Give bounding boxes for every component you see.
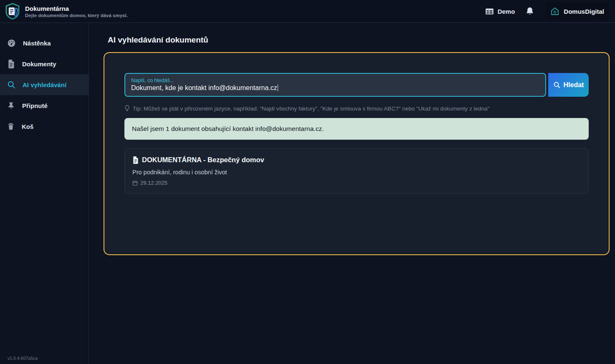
app-logo-shield-icon [4, 3, 21, 20]
sidebar-item-ai-vyhledavani[interactable]: AI vyhledávání [0, 74, 89, 95]
sidebar-item-label: AI vyhledávání [23, 81, 66, 88]
sidebar-item-dokumenty[interactable]: Dokumenty [0, 53, 89, 74]
lightbulb-icon [124, 105, 130, 112]
result-date: 29.12.2025 [140, 180, 167, 186]
sidebar-item-label: Nástěnka [23, 40, 51, 47]
search-icon [7, 80, 15, 89]
bell-icon [526, 7, 534, 16]
result-title: DOKUMENTÁRNA - Bezpečný domov [142, 156, 264, 164]
sidebar-item-label: Připnuté [22, 102, 48, 109]
sidebar-item-label: Koš [22, 123, 33, 130]
account-label: DomusDigital [564, 8, 604, 15]
dashboard-gauge-icon [7, 39, 16, 48]
calendar-icon [132, 180, 138, 186]
house-d-icon: D [550, 6, 560, 16]
sidebar-item-nastenka[interactable]: Nástěnka [0, 33, 89, 53]
page-title: AI vyhledávání dokumentů [108, 35, 610, 45]
document-icon [7, 60, 15, 68]
ai-search-panel: Napiš, co hledáš... Dokument, kde je kon… [104, 52, 610, 255]
sidebar-item-pripnute[interactable]: Připnuté [0, 95, 89, 116]
search-tip: Tip: Můžeš se ptát v přirozeném jazyce, … [124, 105, 589, 112]
search-input-value: Dokument, kde je kontakt info@dokumentar… [131, 84, 539, 92]
notifications-button[interactable] [526, 7, 534, 16]
workspace-label: Demo [498, 8, 515, 15]
search-button-label: Hledat [564, 81, 584, 89]
sidebar-item-label: Dokumenty [22, 60, 56, 68]
workspace-selector[interactable]: Demo [485, 7, 515, 16]
pin-icon [7, 101, 15, 110]
search-input[interactable]: Napiš, co hledáš... Dokument, kde je kon… [124, 73, 546, 97]
sidebar-item-kos[interactable]: Koš [0, 116, 89, 137]
result-subtitle: Pro podnikání, rodinu i osobní život [132, 169, 581, 176]
top-bar: Dokumentárna Dejte dokumentům domov, kte… [0, 0, 615, 23]
app-title: Dokumentárna [25, 5, 128, 12]
search-icon [553, 81, 560, 88]
account-menu[interactable]: D DomusDigital [545, 3, 609, 20]
search-tip-text: Tip: Můžeš se ptát v přirozeném jazyce, … [133, 105, 489, 112]
text-caret [278, 84, 278, 91]
app-brand: Dokumentárna Dejte dokumentům domov, kte… [4, 3, 128, 20]
main-content: AI vyhledávání dokumentů Napiš, co hledá… [89, 23, 615, 364]
search-input-label: Napiš, co hledáš... [131, 78, 539, 83]
sidebar: Nástěnka Dokumenty AI vyhledávání [0, 23, 89, 364]
app-tagline: Dejte dokumentům domov, který dává smysl… [25, 13, 128, 18]
result-card[interactable]: DOKUMENTÁRNA - Bezpečný domov Pro podnik… [124, 148, 589, 194]
table-icon [485, 7, 494, 16]
app-version: v1.0.4-607a5ca [8, 356, 38, 361]
document-icon [132, 156, 139, 164]
svg-text:D: D [554, 10, 557, 14]
search-button[interactable]: Hledat [548, 73, 589, 97]
result-message: Našel jsem 1 dokument obsahující kontakt… [124, 118, 589, 140]
trash-icon [7, 122, 15, 131]
